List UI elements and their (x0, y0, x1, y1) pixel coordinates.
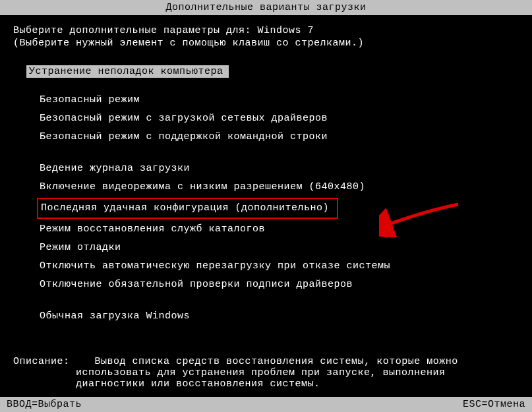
footer-enter-label: ВВОД=Выбрать (7, 399, 82, 410)
options-group-2: Ведение журнала загрузки Включение видео… (40, 160, 519, 294)
title-bar: Дополнительные варианты загрузки (0, 0, 532, 15)
footer-bar: ВВОД=Выбрать ESC=Отмена (0, 397, 532, 412)
option-safe-mode[interactable]: Безопасный режим (40, 91, 519, 109)
option-boot-logging[interactable]: Ведение журнала загрузки (40, 160, 519, 178)
description-section: Описание: Вывод списка средств восстанов… (13, 356, 519, 390)
title-text: Дополнительные варианты загрузки (165, 2, 366, 13)
option-directory-restore[interactable]: Режим восстановления служб каталогов (40, 220, 519, 239)
repair-computer-option[interactable]: Устранение неполадок компьютера (26, 65, 229, 78)
option-safe-mode-command[interactable]: Безопасный режим с поддержкой командной … (40, 128, 519, 146)
description-label: Описание: (13, 356, 70, 367)
option-debug-mode[interactable]: Режим отладки (40, 239, 519, 257)
instruction-line: Выберите дополнительные параметры для: W… (13, 25, 519, 36)
option-start-normally[interactable]: Обычная загрузка Windows (40, 307, 519, 326)
highlighted-option-row[interactable]: Устранение неполадок компьютера (13, 65, 519, 78)
option-safe-mode-networking[interactable]: Безопасный режим с загрузкой сетевых дра… (40, 109, 519, 128)
description-line3: диагностики или восстановления системы. (76, 378, 519, 390)
option-low-res-video[interactable]: Включение видеорежима с низким разрешени… (40, 178, 519, 196)
option-last-known-good[interactable]: Последняя удачная конфигурация (дополнит… (40, 196, 519, 220)
description-line1: Вывод списка средств восстановления сист… (95, 356, 458, 367)
options-group-3: Обычная загрузка Windows (40, 307, 519, 326)
options-block: Безопасный режим Безопасный режим с загр… (40, 91, 519, 326)
boxed-highlight: Последняя удачная конфигурация (дополнит… (37, 198, 338, 219)
instruction-sub: (Выберите нужный элемент с помощью клави… (13, 38, 519, 49)
instruction-prefix: Выберите дополнительные параметры для: (13, 25, 258, 36)
option-disable-driver-sig[interactable]: Отключение обязательной проверки подписи… (40, 276, 519, 294)
option-disable-auto-restart[interactable]: Отключить автоматическую перезагрузку пр… (40, 257, 519, 276)
os-name: Windows 7 (258, 25, 314, 36)
description-line2: использовать для устранения проблем при … (76, 367, 519, 378)
content-area: Выберите дополнительные параметры для: W… (0, 15, 532, 326)
footer-esc-label: ESC=Отмена (463, 399, 525, 410)
options-group-1: Безопасный режим Безопасный режим с загр… (40, 91, 519, 146)
